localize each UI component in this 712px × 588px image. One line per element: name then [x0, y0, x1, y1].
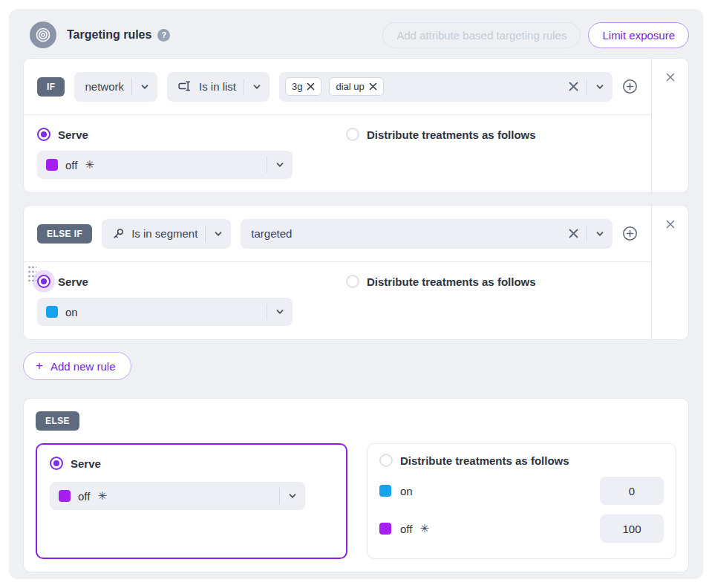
remove-chip-icon[interactable]: [307, 82, 315, 91]
page-title: Targeting rules: [67, 28, 151, 42]
serve-radio-selected[interactable]: [37, 275, 50, 288]
clear-segment-icon[interactable]: [568, 228, 579, 239]
divider: [267, 304, 267, 320]
attribute-dropdown[interactable]: network: [74, 72, 157, 102]
serve-options-row: Serve Distribute treatments as follows: [24, 115, 651, 141]
treatment-color-swatch: [59, 490, 71, 502]
serve-label: Serve: [71, 457, 101, 470]
chevron-down-icon[interactable]: [595, 229, 605, 239]
segment-value: targeted: [251, 227, 292, 240]
target-icon: [30, 22, 56, 48]
value-chip: dial up: [329, 77, 383, 96]
attribute-value: network: [85, 80, 124, 93]
treatment-percentage-input[interactable]: [600, 514, 664, 543]
serve-option[interactable]: Serve: [37, 128, 346, 141]
serve-option[interactable]: Serve: [37, 275, 346, 288]
default-treatment-marker: ✳: [419, 522, 429, 535]
plus-icon: +: [36, 359, 43, 373]
matcher-dropdown[interactable]: Is in list: [167, 72, 270, 102]
treatment-color-swatch: [46, 306, 58, 318]
default-treatment-marker: ✳: [85, 158, 94, 172]
else-rule-card: ELSE Serve off ✳: [23, 398, 689, 572]
add-attribute-rules-button[interactable]: Add attribute based targeting rules: [382, 22, 581, 48]
treatment-color-swatch: [379, 485, 391, 497]
chevron-down-icon[interactable]: [287, 491, 298, 501]
else-badge: ELSE: [36, 411, 79, 431]
distribute-label: Distribute treatments as follows: [367, 128, 536, 141]
if-badge: IF: [37, 77, 65, 97]
treatment-name: off: [65, 159, 77, 172]
treatment-color-swatch: [379, 523, 391, 535]
treatment-name: on: [400, 485, 413, 497]
rule-side-column: [651, 206, 688, 339]
add-new-rule-button[interactable]: + Add new rule: [23, 352, 131, 380]
distribute-option[interactable]: Distribute treatments as follows: [379, 454, 664, 467]
drag-handle[interactable]: [27, 265, 36, 284]
matcher-value: Is in segment: [131, 227, 197, 240]
add-condition-icon[interactable]: [622, 226, 638, 241]
segment-select[interactable]: targeted: [241, 219, 613, 249]
add-new-rule-label: Add new rule: [50, 360, 116, 373]
treatment-name: on: [65, 306, 78, 318]
delete-rule-icon[interactable]: [666, 219, 675, 229]
add-condition-icon[interactable]: [622, 79, 638, 94]
rule-card-if: IF network Is in list: [23, 58, 689, 193]
serve-panel-selected[interactable]: Serve off ✳: [36, 443, 347, 559]
distribute-label: Distribute treatments as follows: [367, 275, 536, 288]
divider: [279, 488, 280, 504]
serve-option[interactable]: Serve: [50, 457, 333, 470]
distribute-option[interactable]: Distribute treatments as follows: [346, 275, 536, 288]
clear-values-icon[interactable]: [568, 81, 579, 92]
divider: [131, 79, 132, 95]
rule-side-column: [651, 59, 688, 192]
value-chip: 3g: [285, 77, 321, 96]
delete-rule-icon[interactable]: [666, 72, 675, 82]
chip-label: 3g: [292, 81, 302, 92]
serve-radio-selected[interactable]: [37, 128, 50, 141]
distribute-row: off ✳: [379, 514, 664, 543]
serve-radio-selected[interactable]: [50, 457, 63, 470]
distribute-radio-unselected[interactable]: [346, 128, 359, 141]
treatment-percentage-input[interactable]: [600, 477, 664, 505]
distribute-label: Distribute treatments as follows: [400, 454, 569, 467]
string-type-icon: [177, 81, 192, 92]
distribute-option[interactable]: Distribute treatments as follows: [346, 128, 536, 141]
divider: [587, 79, 587, 95]
divider: [587, 226, 587, 242]
divider: [267, 157, 267, 173]
treatment-dropdown[interactable]: off ✳: [50, 482, 305, 510]
condition-row: IF network Is in list: [24, 59, 651, 115]
divider: [205, 226, 206, 242]
divider: [244, 79, 244, 95]
chevron-down-icon[interactable]: [252, 82, 262, 92]
matcher-value: Is in list: [199, 80, 236, 93]
treatment-name: off: [78, 490, 90, 503]
else-if-badge: ELSE IF: [37, 224, 92, 244]
distribute-radio-unselected[interactable]: [379, 454, 393, 467]
chevron-down-icon[interactable]: [595, 82, 605, 92]
rule-card-else-if: ELSE IF Is in segment targe: [23, 205, 689, 340]
treatment-name: off: [400, 523, 412, 535]
header: Targeting rules ? Add attribute based ta…: [23, 21, 689, 49]
treatment-dropdown[interactable]: off ✳: [37, 151, 293, 179]
serve-options-row: Serve Distribute treatments as follows: [24, 262, 651, 288]
chevron-down-icon[interactable]: [213, 229, 223, 239]
distribute-panel[interactable]: Distribute treatments as follows on off …: [367, 443, 676, 559]
targeting-rules-panel: Targeting rules ? Add attribute based ta…: [9, 9, 703, 579]
condition-row: ELSE IF Is in segment targe: [24, 206, 651, 262]
help-icon[interactable]: ?: [157, 29, 170, 42]
distribute-radio-unselected[interactable]: [346, 275, 359, 288]
limit-exposure-button[interactable]: Limit exposure: [588, 22, 689, 48]
treatment-dropdown[interactable]: on: [37, 298, 293, 326]
default-treatment-marker: ✳: [97, 489, 107, 503]
chip-label: dial up: [336, 81, 364, 92]
chevron-down-icon[interactable]: [140, 82, 150, 92]
serve-label: Serve: [58, 128, 88, 141]
remove-chip-icon[interactable]: [369, 82, 377, 91]
chevron-down-icon[interactable]: [275, 307, 285, 317]
segment-key-icon: [112, 228, 124, 240]
values-multiselect[interactable]: 3g dial up: [279, 72, 613, 102]
serve-label: Serve: [58, 275, 88, 288]
matcher-dropdown[interactable]: Is in segment: [102, 219, 231, 249]
chevron-down-icon[interactable]: [275, 160, 285, 170]
